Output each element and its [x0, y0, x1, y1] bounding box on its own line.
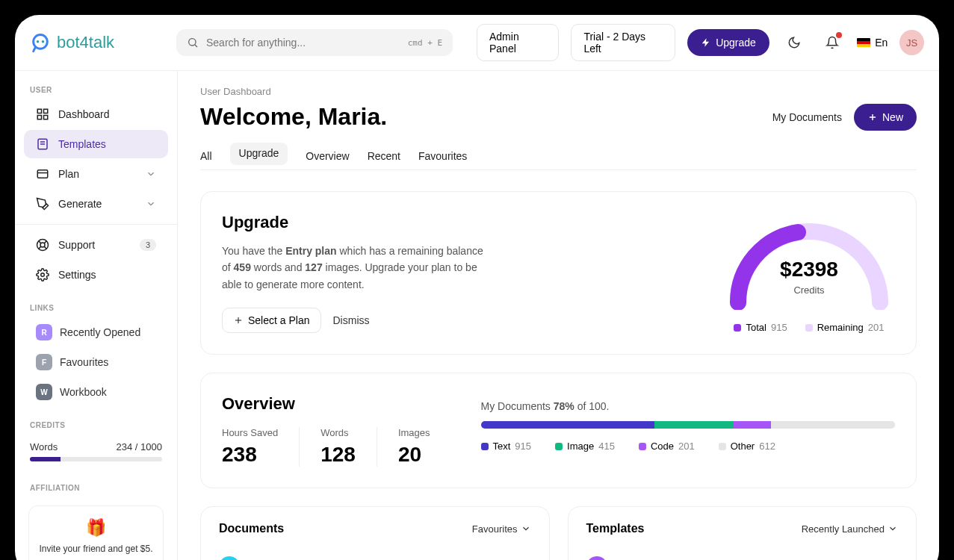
documents-card: Documents Favourites Untitled Documentin… — [200, 506, 550, 560]
link-item[interactable]: FFavourites — [24, 348, 168, 376]
breadcrumb: User Dashboard — [200, 86, 917, 97]
sidebar-section-links: LINKS — [15, 298, 177, 317]
list-item[interactable]: Blog Post Titlein Workbook — [586, 549, 899, 560]
language-selector[interactable]: En — [857, 37, 888, 49]
svg-line-19 — [39, 246, 41, 249]
bar-segment — [771, 421, 895, 429]
sidebar-item-plan[interactable]: Plan — [24, 160, 168, 188]
tab-favourites[interactable]: Favourites — [418, 143, 467, 169]
svg-point-20 — [41, 273, 45, 277]
stat-item: Hours Saved238 — [222, 427, 300, 467]
gift-icon: 🎁 — [38, 518, 154, 538]
sidebar-item-label: Plan — [58, 168, 79, 180]
notification-dot — [836, 32, 842, 38]
chevron-down-icon — [146, 199, 156, 209]
link-badge: F — [36, 354, 52, 370]
templates-card: Templates Recently Launched Blog Post Ti… — [568, 506, 917, 560]
documents-filter[interactable]: Favourites — [472, 523, 531, 535]
filter-label: Favourites — [472, 523, 518, 535]
gauge-legend: Total915Remaining201 — [723, 322, 895, 333]
svg-line-18 — [44, 241, 46, 243]
templates-title: Templates — [586, 522, 645, 535]
bar-segment — [734, 421, 771, 429]
tab-upgrade[interactable]: Upgrade — [230, 143, 288, 165]
select-plan-label: Select a Plan — [248, 314, 310, 326]
main-content: User Dashboard Welcome, Maria. My Docume… — [178, 71, 939, 560]
upgrade-label: Upgrade — [716, 37, 756, 49]
bar-segment — [481, 421, 655, 429]
link-item[interactable]: WWorkbook — [24, 378, 168, 406]
notifications-button[interactable] — [820, 29, 846, 56]
tab-recent[interactable]: Recent — [368, 143, 400, 169]
select-plan-button[interactable]: Select a Plan — [222, 308, 321, 333]
sidebar-item-dashboard[interactable]: Dashboard — [24, 100, 168, 128]
documents-title: Documents — [219, 522, 284, 535]
legend-item: Other612 — [719, 441, 775, 452]
svg-rect-7 — [37, 116, 41, 119]
credits-gauge: $2398 Credits — [723, 213, 895, 310]
theme-toggle[interactable] — [781, 29, 808, 56]
overview-stats: Hours Saved238Words128Images20 — [222, 427, 451, 467]
link-item[interactable]: RRecently Opened — [24, 318, 168, 346]
svg-rect-6 — [44, 109, 48, 113]
sidebar-item-label: Settings — [58, 269, 96, 281]
my-documents-link[interactable]: My Documents — [772, 111, 842, 123]
doc-icon — [219, 556, 240, 560]
sidebar-item-generate[interactable]: Generate — [24, 190, 168, 218]
grid-icon — [36, 108, 49, 121]
legend-item: Total915 — [734, 322, 787, 333]
link-badge: W — [36, 384, 52, 400]
tab-overview[interactable]: Overview — [306, 143, 349, 169]
svg-point-2 — [42, 40, 45, 43]
templates-filter[interactable]: Recently Launched — [802, 523, 898, 535]
link-label: Workbook — [60, 386, 107, 398]
affiliation-text: Invite your friend and get $5. — [38, 544, 154, 554]
pen-icon — [36, 197, 49, 211]
sidebar: USER Dashboard Templates Plan Generate — [15, 71, 178, 560]
moon-icon — [787, 36, 801, 49]
sidebar-item-label: Support — [58, 239, 95, 251]
svg-line-4 — [195, 45, 197, 47]
tabs: All Upgrade Overview Recent Favourites — [200, 143, 917, 170]
svg-rect-5 — [37, 109, 41, 113]
upgrade-title: Upgrade — [222, 213, 693, 232]
overview-description: My Documents 78% of 100. — [481, 400, 895, 412]
sidebar-item-templates[interactable]: Templates — [24, 130, 168, 158]
link-label: Recently Opened — [60, 326, 140, 338]
search-input[interactable] — [206, 37, 400, 49]
upgrade-button[interactable]: Upgrade — [687, 29, 769, 56]
chevron-down-icon — [146, 169, 156, 179]
svg-point-1 — [37, 40, 40, 43]
search-shortcut: cmd + E — [408, 38, 442, 48]
credits-value: 234 / 1000 — [117, 441, 162, 452]
gear-icon — [36, 268, 49, 281]
user-avatar[interactable]: JS — [899, 30, 924, 55]
legend-item: Code201 — [639, 441, 695, 452]
stacked-legend: Text915Image415Code201Other612 — [481, 441, 895, 452]
svg-point-3 — [189, 39, 196, 46]
stacked-bar — [481, 421, 895, 429]
search-bar[interactable]: cmd + E — [176, 29, 453, 56]
new-label: New — [882, 111, 903, 123]
search-icon — [187, 37, 199, 49]
logo[interactable]: bot4talk — [30, 32, 164, 53]
sidebar-section-credits: CREDITS — [15, 415, 177, 434]
bar-segment — [654, 421, 733, 429]
credits-fill — [30, 457, 61, 461]
sidebar-item-settings[interactable]: Settings — [24, 261, 168, 289]
admin-panel-link[interactable]: Admin Panel — [477, 24, 559, 61]
upgrade-card: Upgrade You have the Entry plan which ha… — [200, 191, 917, 355]
doc-icon — [586, 556, 607, 560]
svg-line-16 — [39, 241, 41, 243]
list-item[interactable]: Untitled Documentin Workbook — [219, 549, 531, 560]
sidebar-item-support[interactable]: Support 3 — [24, 231, 168, 259]
svg-line-17 — [44, 246, 46, 249]
topbar: bot4talk cmd + E Admin Panel Trial - 2 D… — [15, 15, 939, 71]
tab-all[interactable]: All — [200, 143, 212, 169]
svg-point-0 — [34, 35, 48, 49]
trial-badge[interactable]: Trial - 2 Days Left — [571, 24, 675, 61]
new-button[interactable]: New — [854, 104, 917, 131]
dismiss-button[interactable]: Dismiss — [333, 314, 370, 326]
link-label: Favourites — [60, 356, 108, 368]
overview-title: Overview — [222, 394, 451, 414]
